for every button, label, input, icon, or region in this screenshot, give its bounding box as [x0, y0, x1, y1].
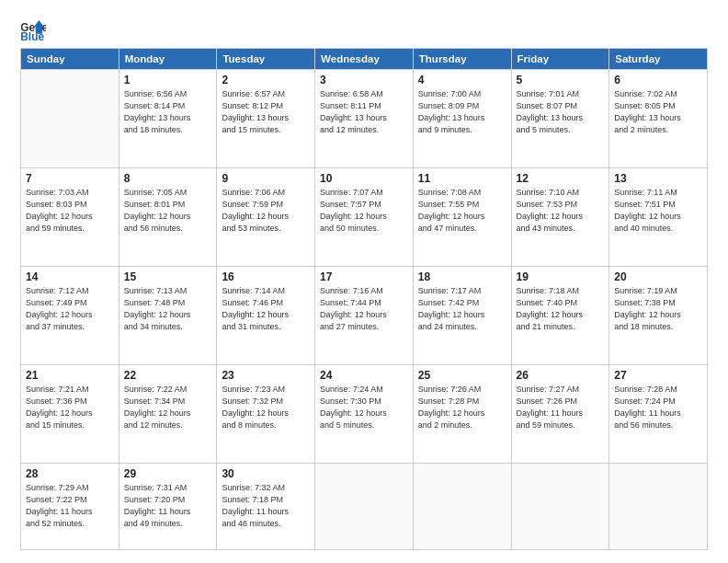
- header-day-tuesday: Tuesday: [217, 49, 315, 70]
- day-number: 29: [124, 467, 212, 480]
- day-info: Sunrise: 7:13 AM Sunset: 7:48 PM Dayligh…: [124, 285, 212, 333]
- day-info: Sunrise: 7:19 AM Sunset: 7:38 PM Dayligh…: [614, 285, 702, 333]
- calendar-cell: 10Sunrise: 7:07 AM Sunset: 7:57 PM Dayli…: [315, 168, 414, 267]
- day-info: Sunrise: 7:10 AM Sunset: 7:53 PM Dayligh…: [517, 187, 605, 235]
- day-number: 14: [26, 270, 114, 283]
- page: General Blue SundayMondayTuesdayWednesda…: [0, 0, 728, 563]
- day-number: 5: [517, 74, 605, 86]
- calendar-cell: 21Sunrise: 7:21 AM Sunset: 7:36 PM Dayli…: [21, 365, 119, 464]
- day-info: Sunrise: 7:16 AM Sunset: 7:44 PM Dayligh…: [320, 285, 408, 333]
- day-number: 12: [517, 172, 605, 185]
- calendar-cell: 19Sunrise: 7:18 AM Sunset: 7:40 PM Dayli…: [511, 267, 609, 365]
- day-number: 2: [222, 74, 310, 86]
- calendar-cell: 13Sunrise: 7:11 AM Sunset: 7:51 PM Dayli…: [609, 168, 708, 267]
- calendar-cell: [609, 464, 708, 550]
- day-number: 22: [124, 369, 212, 382]
- calendar-cell: 1Sunrise: 6:56 AM Sunset: 8:14 PM Daylig…: [119, 70, 217, 168]
- calendar-cell: 14Sunrise: 7:12 AM Sunset: 7:49 PM Dayli…: [21, 267, 119, 365]
- day-info: Sunrise: 7:01 AM Sunset: 8:07 PM Dayligh…: [517, 88, 605, 136]
- header-day-saturday: Saturday: [609, 49, 708, 70]
- day-info: Sunrise: 7:23 AM Sunset: 7:32 PM Dayligh…: [222, 384, 310, 431]
- header-area: General Blue: [20, 17, 708, 40]
- calendar-cell: [413, 464, 511, 550]
- day-info: Sunrise: 6:56 AM Sunset: 8:14 PM Dayligh…: [124, 88, 212, 136]
- day-number: 8: [124, 172, 212, 185]
- day-number: 30: [222, 467, 310, 480]
- calendar-cell: 4Sunrise: 7:00 AM Sunset: 8:09 PM Daylig…: [413, 70, 511, 168]
- day-info: Sunrise: 7:00 AM Sunset: 8:09 PM Dayligh…: [418, 88, 506, 136]
- header-day-wednesday: Wednesday: [315, 49, 414, 70]
- day-info: Sunrise: 7:03 AM Sunset: 8:03 PM Dayligh…: [26, 187, 114, 235]
- day-number: 15: [124, 270, 212, 283]
- day-number: 24: [320, 369, 408, 382]
- day-number: 21: [26, 369, 114, 382]
- calendar-cell: 3Sunrise: 6:58 AM Sunset: 8:11 PM Daylig…: [315, 70, 414, 168]
- day-number: 11: [418, 172, 506, 185]
- calendar-cell: 6Sunrise: 7:02 AM Sunset: 8:05 PM Daylig…: [609, 70, 708, 168]
- day-info: Sunrise: 7:06 AM Sunset: 7:59 PM Dayligh…: [222, 187, 310, 235]
- day-info: Sunrise: 7:21 AM Sunset: 7:36 PM Dayligh…: [26, 384, 114, 431]
- logo-icon: General Blue: [20, 20, 46, 40]
- calendar-cell: 30Sunrise: 7:32 AM Sunset: 7:18 PM Dayli…: [217, 464, 315, 550]
- day-number: 19: [517, 270, 605, 283]
- day-number: 3: [320, 74, 408, 86]
- day-info: Sunrise: 7:26 AM Sunset: 7:28 PM Dayligh…: [418, 384, 506, 431]
- calendar-cell: 17Sunrise: 7:16 AM Sunset: 7:44 PM Dayli…: [315, 267, 414, 365]
- header-day-friday: Friday: [511, 49, 609, 70]
- calendar-cell: 22Sunrise: 7:22 AM Sunset: 7:34 PM Dayli…: [119, 365, 217, 464]
- day-info: Sunrise: 7:17 AM Sunset: 7:42 PM Dayligh…: [418, 285, 506, 333]
- calendar-week-row: 1Sunrise: 6:56 AM Sunset: 8:14 PM Daylig…: [21, 70, 708, 168]
- day-number: 25: [418, 369, 506, 382]
- calendar-cell: 20Sunrise: 7:19 AM Sunset: 7:38 PM Dayli…: [609, 267, 708, 365]
- calendar-cell: 5Sunrise: 7:01 AM Sunset: 8:07 PM Daylig…: [511, 70, 609, 168]
- header-day-monday: Monday: [119, 49, 217, 70]
- day-info: Sunrise: 7:05 AM Sunset: 8:01 PM Dayligh…: [124, 187, 212, 235]
- day-info: Sunrise: 7:07 AM Sunset: 7:57 PM Dayligh…: [320, 187, 408, 235]
- day-info: Sunrise: 7:12 AM Sunset: 7:49 PM Dayligh…: [26, 285, 114, 333]
- day-info: Sunrise: 7:29 AM Sunset: 7:22 PM Dayligh…: [26, 482, 114, 530]
- day-info: Sunrise: 7:32 AM Sunset: 7:18 PM Dayligh…: [222, 482, 310, 530]
- day-info: Sunrise: 7:02 AM Sunset: 8:05 PM Dayligh…: [614, 88, 702, 136]
- calendar-cell: [315, 464, 414, 550]
- day-info: Sunrise: 7:27 AM Sunset: 7:26 PM Dayligh…: [517, 384, 605, 431]
- day-number: 23: [222, 369, 310, 382]
- day-info: Sunrise: 7:24 AM Sunset: 7:30 PM Dayligh…: [320, 384, 408, 431]
- calendar-week-row: 28Sunrise: 7:29 AM Sunset: 7:22 PM Dayli…: [21, 464, 708, 550]
- day-number: 13: [614, 172, 702, 185]
- calendar-cell: 28Sunrise: 7:29 AM Sunset: 7:22 PM Dayli…: [21, 464, 119, 550]
- day-number: 6: [614, 74, 702, 86]
- calendar-cell: 7Sunrise: 7:03 AM Sunset: 8:03 PM Daylig…: [21, 168, 119, 267]
- day-number: 10: [320, 172, 408, 185]
- day-number: 16: [222, 270, 310, 283]
- day-number: 26: [517, 369, 605, 382]
- calendar-cell: 2Sunrise: 6:57 AM Sunset: 8:12 PM Daylig…: [217, 70, 315, 168]
- calendar-cell: 24Sunrise: 7:24 AM Sunset: 7:30 PM Dayli…: [315, 365, 414, 464]
- calendar-cell: [21, 70, 119, 168]
- day-number: 1: [124, 74, 212, 86]
- day-number: 20: [614, 270, 702, 283]
- calendar-cell: 11Sunrise: 7:08 AM Sunset: 7:55 PM Dayli…: [413, 168, 511, 267]
- day-number: 17: [320, 270, 408, 283]
- calendar-week-row: 7Sunrise: 7:03 AM Sunset: 8:03 PM Daylig…: [21, 168, 708, 267]
- calendar-cell: 25Sunrise: 7:26 AM Sunset: 7:28 PM Dayli…: [413, 365, 511, 464]
- day-info: Sunrise: 7:11 AM Sunset: 7:51 PM Dayligh…: [614, 187, 702, 235]
- header-day-thursday: Thursday: [413, 49, 511, 70]
- day-number: 28: [26, 467, 114, 480]
- calendar-cell: 27Sunrise: 7:28 AM Sunset: 7:24 PM Dayli…: [609, 365, 708, 464]
- day-number: 18: [418, 270, 506, 283]
- calendar: SundayMondayTuesdayWednesdayThursdayFrid…: [20, 48, 708, 550]
- calendar-cell: 12Sunrise: 7:10 AM Sunset: 7:53 PM Dayli…: [511, 168, 609, 267]
- calendar-cell: 15Sunrise: 7:13 AM Sunset: 7:48 PM Dayli…: [119, 267, 217, 365]
- calendar-cell: 16Sunrise: 7:14 AM Sunset: 7:46 PM Dayli…: [217, 267, 315, 365]
- calendar-cell: 18Sunrise: 7:17 AM Sunset: 7:42 PM Dayli…: [413, 267, 511, 365]
- calendar-cell: 29Sunrise: 7:31 AM Sunset: 7:20 PM Dayli…: [119, 464, 217, 550]
- day-info: Sunrise: 6:58 AM Sunset: 8:11 PM Dayligh…: [320, 88, 408, 136]
- day-info: Sunrise: 6:57 AM Sunset: 8:12 PM Dayligh…: [222, 88, 310, 136]
- calendar-cell: 26Sunrise: 7:27 AM Sunset: 7:26 PM Dayli…: [511, 365, 609, 464]
- calendar-week-row: 14Sunrise: 7:12 AM Sunset: 7:49 PM Dayli…: [21, 267, 708, 365]
- day-info: Sunrise: 7:31 AM Sunset: 7:20 PM Dayligh…: [124, 482, 212, 530]
- day-number: 27: [614, 369, 702, 382]
- day-info: Sunrise: 7:08 AM Sunset: 7:55 PM Dayligh…: [418, 187, 506, 235]
- day-number: 9: [222, 172, 310, 185]
- calendar-week-row: 21Sunrise: 7:21 AM Sunset: 7:36 PM Dayli…: [21, 365, 708, 464]
